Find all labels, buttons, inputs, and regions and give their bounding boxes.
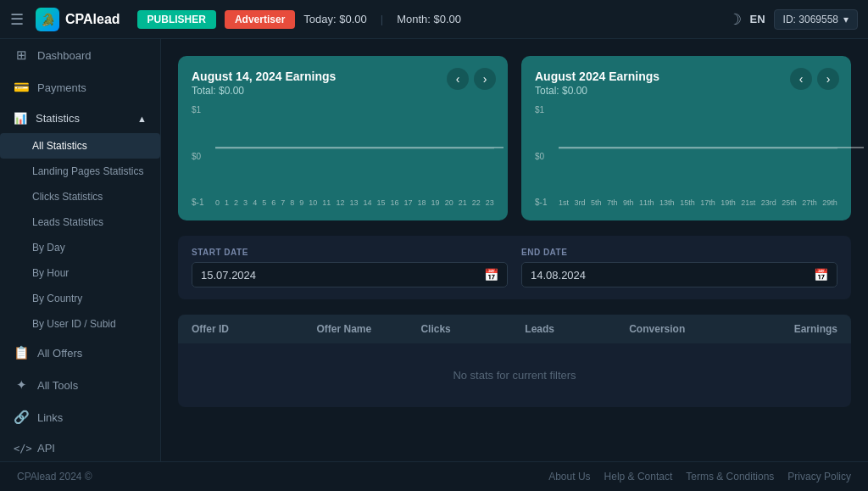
table-header-row: Offer ID Offer Name Clicks Leads Convers… bbox=[178, 315, 851, 343]
footer-copyright: CPAlead 2024 © bbox=[17, 471, 92, 483]
end-date-calendar-icon[interactable]: 📅 bbox=[814, 268, 828, 282]
footer-help-contact[interactable]: Help & Contact bbox=[604, 471, 673, 483]
daily-next-button[interactable]: › bbox=[474, 68, 496, 90]
sidebar-sub-by-country[interactable]: By Country bbox=[0, 286, 160, 311]
end-date-label: END DATE bbox=[521, 248, 837, 257]
table-header-conversion: Conversion bbox=[629, 323, 733, 335]
monthly-chart-svg bbox=[559, 105, 837, 192]
sidebar-label-statistics: Statistics bbox=[36, 112, 80, 125]
monthly-earnings-card: August 2024 Earnings Total: $0.00 ‹ › $1… bbox=[521, 56, 851, 220]
statistics-chevron: ▲ bbox=[137, 114, 147, 124]
sidebar-label-all-offers: All Offers bbox=[37, 347, 82, 360]
monthly-prev-button[interactable]: ‹ bbox=[790, 68, 812, 90]
app-logo: 🐊 CPAlead bbox=[36, 8, 120, 31]
monthly-chart-y-labels: $1 $0 $-1 bbox=[535, 105, 554, 207]
hamburger-menu[interactable]: ☰ bbox=[10, 10, 24, 29]
footer-privacy-policy[interactable]: Privacy Policy bbox=[787, 471, 851, 483]
date-range-row: START DATE 📅 END DATE 📅 bbox=[192, 248, 837, 287]
end-date-input-wrap: 📅 bbox=[521, 262, 837, 287]
sidebar-sub-clicks[interactable]: Clicks Statistics bbox=[0, 184, 160, 209]
daily-prev-button[interactable]: ‹ bbox=[447, 68, 469, 90]
statistics-icon: 📊 bbox=[14, 112, 27, 125]
start-date-input-wrap: 📅 bbox=[192, 262, 508, 287]
start-date-calendar-icon[interactable]: 📅 bbox=[484, 268, 498, 282]
statistics-submenu: All Statistics Landing Pages Statistics … bbox=[0, 133, 160, 337]
sidebar-label-dashboard: Dashboard bbox=[37, 49, 92, 62]
sidebar-sub-by-userid[interactable]: By User ID / Subid bbox=[0, 311, 160, 337]
end-date-group: END DATE 📅 bbox=[521, 248, 837, 287]
end-date-input[interactable] bbox=[531, 269, 807, 282]
daily-chart: $1 $0 $-1 012345678910111213141516171819… bbox=[192, 105, 494, 207]
table-header-offer-name: Offer Name bbox=[316, 323, 420, 335]
table-header-clicks: Clicks bbox=[420, 323, 525, 335]
daily-earnings-card: August 14, 2024 Earnings Total: $0.00 ‹ … bbox=[178, 56, 508, 220]
footer-links: About Us Help & Contact Terms & Conditio… bbox=[548, 471, 851, 483]
start-date-input[interactable] bbox=[201, 269, 477, 282]
daily-chart-y-labels: $1 $0 $-1 bbox=[192, 105, 210, 207]
sidebar: ⊞ Dashboard 💳 Payments 📊 Statistics ▲ Al… bbox=[0, 39, 161, 461]
monthly-chart: $1 $0 $-1 1st3rd5th7th9th11th13th15th17t… bbox=[535, 105, 837, 207]
sidebar-sub-all-statistics[interactable]: All Statistics bbox=[0, 133, 160, 159]
sidebar-item-api[interactable]: </> API bbox=[0, 433, 160, 461]
daily-chart-svg bbox=[215, 105, 494, 192]
monthly-chart-x-labels: 1st3rd5th7th9th11th13th15th17th19th21st2… bbox=[559, 198, 837, 207]
table-empty-message: No stats for current filters bbox=[178, 343, 851, 407]
sidebar-sub-by-hour[interactable]: By Hour bbox=[0, 260, 160, 286]
start-date-label: START DATE bbox=[192, 248, 508, 257]
sidebar-label-links: Links bbox=[37, 411, 63, 424]
stats-table: Offer ID Offer Name Clicks Leads Convers… bbox=[178, 315, 851, 407]
monthly-card-navigation: ‹ › bbox=[790, 68, 839, 90]
today-earnings: Today: $0.00 bbox=[303, 13, 366, 25]
all-offers-icon: 📋 bbox=[14, 345, 29, 360]
sidebar-item-payments[interactable]: 💳 Payments bbox=[0, 71, 160, 103]
sidebar-item-links[interactable]: 🔗 Links bbox=[0, 401, 160, 433]
language-selector[interactable]: EN bbox=[750, 13, 765, 25]
footer-terms-conditions[interactable]: Terms & Conditions bbox=[686, 471, 774, 483]
sidebar-sub-leads[interactable]: Leads Statistics bbox=[0, 209, 160, 235]
start-date-group: START DATE 📅 bbox=[192, 248, 508, 287]
table-header-offer-id: Offer ID bbox=[192, 323, 316, 335]
table-header-leads: Leads bbox=[525, 323, 629, 335]
sidebar-item-dashboard[interactable]: ⊞ Dashboard bbox=[0, 39, 160, 71]
daily-card-navigation: ‹ › bbox=[447, 68, 496, 90]
dashboard-icon: ⊞ bbox=[14, 47, 29, 63]
links-icon: 🔗 bbox=[14, 410, 29, 425]
top-navigation: ☰ 🐊 CPAlead PUBLISHER Advertiser Today: … bbox=[0, 0, 868, 39]
main-content: August 14, 2024 Earnings Total: $0.00 ‹ … bbox=[161, 39, 868, 461]
all-tools-icon: ✦ bbox=[14, 377, 29, 393]
sidebar-item-all-tools[interactable]: ✦ All Tools bbox=[0, 369, 160, 401]
sidebar-item-all-offers[interactable]: 📋 All Offers bbox=[0, 337, 160, 369]
app-name: CPAlead bbox=[65, 12, 120, 27]
sidebar-label-payments: Payments bbox=[37, 81, 86, 94]
sidebar-sub-landing-pages[interactable]: Landing Pages Statistics bbox=[0, 159, 160, 184]
month-earnings: Month: $0.00 bbox=[397, 13, 461, 25]
earnings-cards-row: August 14, 2024 Earnings Total: $0.00 ‹ … bbox=[178, 56, 851, 220]
api-icon: </> bbox=[14, 443, 29, 455]
daily-chart-x-labels: 01234567891011121314151617181920212223 bbox=[215, 198, 494, 207]
date-filters: START DATE 📅 END DATE 📅 bbox=[178, 236, 851, 299]
payments-icon: 💳 bbox=[14, 80, 29, 95]
sidebar-label-api: API bbox=[37, 442, 55, 455]
theme-toggle[interactable]: ☽ bbox=[728, 10, 742, 29]
monthly-next-button[interactable]: › bbox=[817, 68, 839, 90]
sidebar-item-statistics[interactable]: 📊 Statistics ▲ bbox=[0, 103, 160, 133]
table-header-earnings: Earnings bbox=[733, 323, 837, 335]
sidebar-label-all-tools: All Tools bbox=[37, 379, 78, 392]
publisher-button[interactable]: PUBLISHER bbox=[137, 10, 216, 29]
footer-about-us[interactable]: About Us bbox=[548, 471, 590, 483]
advertiser-button[interactable]: Advertiser bbox=[225, 10, 295, 29]
sidebar-sub-by-day[interactable]: By Day bbox=[0, 235, 160, 260]
user-id-button[interactable]: ID: 3069558 ▾ bbox=[774, 9, 858, 30]
logo-icon: 🐊 bbox=[36, 8, 59, 31]
page-footer: CPAlead 2024 © About Us Help & Contact T… bbox=[0, 461, 868, 491]
